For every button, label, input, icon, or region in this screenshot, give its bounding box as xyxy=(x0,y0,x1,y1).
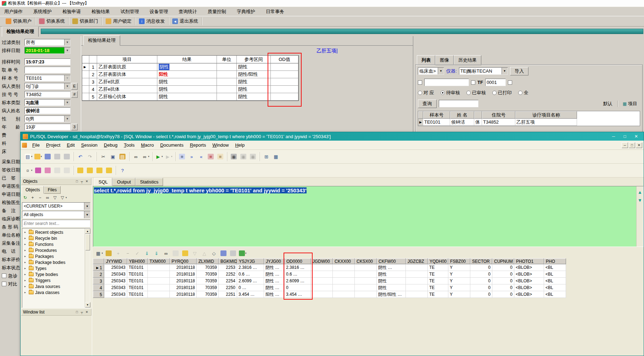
grid-cell[interactable]: 70359 xyxy=(197,264,219,271)
checkbox-2[interactable] xyxy=(471,80,475,85)
sql-area-tab[interactable]: Output xyxy=(112,178,135,186)
status-radio[interactable]: 已打印 xyxy=(492,90,512,96)
grid-cell[interactable]: 2254 xyxy=(219,278,237,284)
grid-cell[interactable]: 0 xyxy=(492,278,514,284)
grid-cell[interactable]: TE xyxy=(428,271,448,278)
grid-cell[interactable]: <BLOB> xyxy=(514,271,544,278)
mdi-restore-button[interactable]: □ xyxy=(629,142,635,148)
grid-cell[interactable] xyxy=(311,284,333,291)
grid-cell[interactable]: TE0101 xyxy=(127,284,148,291)
toolbar-button[interactable]: ▾ xyxy=(238,249,247,258)
item-cell[interactable]: 乙肝表面抗体 xyxy=(97,71,157,78)
od-value-cell[interactable] xyxy=(271,86,298,93)
field-input[interactable]: 所有 xyxy=(24,39,71,46)
menu-item[interactable]: Debug xyxy=(101,141,121,149)
grid-row[interactable]: ▶1 250343 TE0101 20180118 70359 2253 2.3… xyxy=(93,264,644,271)
status-radio[interactable]: 对 应 xyxy=(418,90,434,96)
results-column-header[interactable] xyxy=(82,56,89,63)
toolbar-button[interactable]: ✓ xyxy=(133,249,142,258)
toolbar-button[interactable]: ▽ xyxy=(190,249,199,258)
result-row[interactable]: ▶ 1 乙肝表面抗原 阴性 阴性 xyxy=(82,63,298,71)
user-select[interactable]: <CURRENT USER> xyxy=(22,202,90,210)
grid-cell[interactable] xyxy=(355,278,377,284)
unit-cell[interactable] xyxy=(217,71,237,78)
grid-cell[interactable]: Y xyxy=(448,278,470,284)
toolbar-button[interactable]: ▦▾ xyxy=(95,249,103,258)
toolbar-button[interactable]: ◉ xyxy=(248,152,257,161)
lab-menu-item[interactable]: 查询统计 xyxy=(179,9,197,15)
grid-column-header[interactable]: PHO xyxy=(544,258,566,264)
grid-cell[interactable] xyxy=(148,271,170,278)
grid-cell[interactable]: 2253 xyxy=(219,264,237,271)
grid-cell[interactable]: <BLOB> xyxy=(514,278,544,284)
grid-row-header[interactable]: 4 xyxy=(93,284,104,291)
results-column-header[interactable]: 结果 xyxy=(157,56,217,63)
result-cell[interactable]: 阴性 xyxy=(157,93,217,101)
field-suffix-button[interactable]: E xyxy=(71,83,78,90)
reference-range-cell[interactable]: 阴性/阳性 xyxy=(237,71,271,78)
scroll-up-button[interactable]: ▲ xyxy=(85,228,90,234)
item-cell[interactable]: 乙肝表面抗原 xyxy=(97,63,157,71)
grid-column-header[interactable]: JYJG00 xyxy=(264,258,285,264)
grid-cell[interactable]: <BL xyxy=(544,278,566,284)
checkbox-3[interactable] xyxy=(508,80,512,85)
grid-cell[interactable]: 2.6099 … xyxy=(237,278,264,284)
grid-column-header[interactable]: CUPNUM xyxy=(492,258,514,264)
grid-row-header[interactable]: 5 xyxy=(93,291,104,298)
grid-cell[interactable]: 2251 xyxy=(219,291,237,298)
grid-cell[interactable]: 阴性 … xyxy=(264,264,285,271)
toolbar-button[interactable] xyxy=(34,166,43,175)
toolbar-button[interactable]: − xyxy=(123,249,132,258)
reference-range-cell[interactable]: 阴性 xyxy=(237,63,271,71)
toolbar-button[interactable]: ∞▾ xyxy=(141,152,150,161)
grid-cell[interactable]: 20180118 xyxy=(170,264,197,271)
grid-cell[interactable] xyxy=(355,271,377,278)
tab-objects[interactable]: Objects xyxy=(22,186,44,194)
toolbar-button[interactable]: » xyxy=(187,152,196,161)
next-sql-button[interactable]: ▼ xyxy=(638,198,642,203)
toolbar-button[interactable]: ≡ xyxy=(206,152,215,161)
tree-expand-icon[interactable]: ▸ xyxy=(24,231,27,234)
tree-item[interactable]: ▸ Functions xyxy=(22,241,85,247)
toolbar-button[interactable]: ▤ xyxy=(118,152,127,161)
reference-range-cell[interactable]: 阴性 xyxy=(237,86,271,93)
grid-cell[interactable]: TE0101 xyxy=(127,264,148,271)
toolbar-button[interactable]: ⇓ xyxy=(142,249,151,258)
toolbar-button[interactable]: ↷ xyxy=(85,152,94,161)
grid-row-header[interactable]: ▶1 xyxy=(93,264,104,271)
field-input[interactable] xyxy=(24,67,71,73)
toolbar-button[interactable] xyxy=(53,166,62,175)
toolbar-button[interactable]: − xyxy=(37,194,43,201)
toolbar-button[interactable]: ✂ xyxy=(99,152,108,161)
toolbar-button[interactable] xyxy=(171,249,180,258)
tab-list[interactable]: 列表 xyxy=(417,55,435,66)
grid-cell[interactable] xyxy=(333,271,355,278)
grid-cell[interactable] xyxy=(148,291,170,298)
results-column-header[interactable]: 项目 xyxy=(97,56,157,63)
grid-cell[interactable] xyxy=(406,278,428,284)
grid-cell[interactable] xyxy=(333,278,355,284)
grid-cell[interactable]: 20180118 xyxy=(170,284,197,291)
menu-item[interactable]: Macro xyxy=(138,141,157,149)
grid-column-header[interactable]: SECTOR xyxy=(470,258,492,264)
grid-cell[interactable]: 阴性 xyxy=(377,271,406,278)
grid-column-header[interactable]: ZLXMID xyxy=(197,258,219,264)
grid-cell[interactable]: 250343 xyxy=(104,291,127,298)
sample-column-header[interactable]: 姓 名 xyxy=(450,111,474,119)
grid-cell[interactable]: Y xyxy=(448,291,470,298)
sample-row[interactable]: ▶ TE0101 侯钟洁 体 T34852 乙肝五项 xyxy=(418,119,640,126)
tree-item[interactable]: ▸ Packages xyxy=(22,253,85,259)
results-column-header[interactable]: 参考区间 xyxy=(237,56,271,63)
grid-cell[interactable]: <BL xyxy=(544,271,566,278)
toolbar-button[interactable] xyxy=(85,166,94,175)
grid-cell[interactable]: 250343 xyxy=(104,278,127,284)
grid-column-header[interactable]: OD0000 xyxy=(285,258,311,264)
grid-cell[interactable]: TE xyxy=(428,278,448,284)
grid-row-header[interactable]: 3 xyxy=(93,278,104,284)
minimize-button[interactable]: ─ xyxy=(608,133,619,140)
toolbar-button[interactable]: ◉ xyxy=(239,152,248,161)
menu-item[interactable]: Edit xyxy=(63,141,78,149)
grid-cell[interactable]: 0.6 … xyxy=(285,271,311,278)
field-input[interactable]: 3|血清 xyxy=(24,99,71,106)
grid-cell[interactable] xyxy=(406,271,428,278)
